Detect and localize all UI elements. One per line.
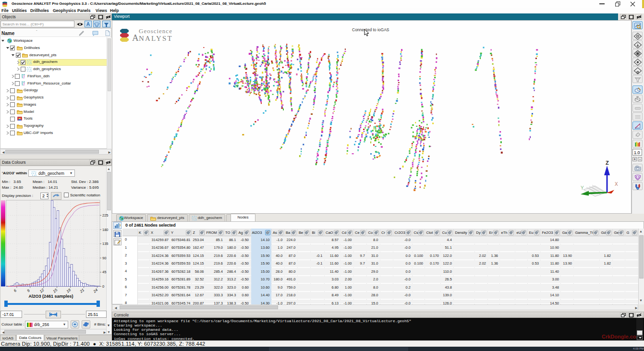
svg-text:Z: Z xyxy=(606,160,609,166)
svg-text:90: 90 xyxy=(102,256,106,260)
svg-text:0: 0 xyxy=(102,284,104,289)
svg-text:6: 6 xyxy=(13,288,17,293)
svg-text:24: 24 xyxy=(92,288,99,294)
svg-text:135: 135 xyxy=(102,242,109,246)
svg-text:X: X xyxy=(615,182,618,187)
svg-text:15: 15 xyxy=(52,288,59,294)
svg-text:9: 9 xyxy=(26,288,31,293)
svg-text:180: 180 xyxy=(102,228,109,232)
svg-text:12: 12 xyxy=(39,288,45,294)
svg-text:Y: Y xyxy=(581,185,584,191)
svg-text:21: 21 xyxy=(79,288,85,294)
svg-text:18: 18 xyxy=(66,288,72,294)
svg-text:45: 45 xyxy=(102,270,106,274)
